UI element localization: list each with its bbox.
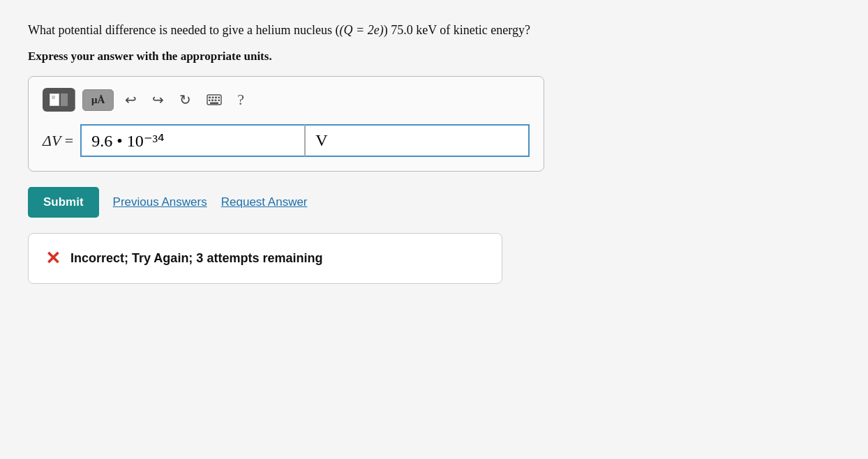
value-input[interactable] bbox=[80, 124, 304, 157]
feedback-text: Incorrect; Try Again; 3 attempts remaini… bbox=[70, 251, 322, 266]
svg-rect-8 bbox=[218, 100, 220, 102]
request-answer-button[interactable]: Request Answer bbox=[221, 195, 308, 209]
previous-answers-button[interactable]: Previous Answers bbox=[113, 195, 207, 209]
submit-button[interactable]: Submit bbox=[28, 187, 99, 218]
undo-button[interactable]: ↩ bbox=[121, 89, 141, 111]
svg-rect-2 bbox=[212, 97, 214, 99]
input-row: ΔV = bbox=[43, 124, 530, 157]
delta-v-label: ΔV = bbox=[43, 132, 73, 150]
keyboard-button[interactable] bbox=[202, 91, 226, 108]
svg-rect-3 bbox=[215, 97, 217, 99]
redo-button[interactable]: ↪ bbox=[148, 89, 168, 111]
unit-input[interactable] bbox=[304, 124, 530, 157]
blocks-icon bbox=[50, 93, 68, 106]
svg-rect-7 bbox=[215, 100, 217, 102]
refresh-button[interactable]: ↻ bbox=[175, 89, 195, 111]
blocks-icon-button[interactable] bbox=[43, 88, 75, 112]
svg-rect-9 bbox=[210, 103, 218, 105]
svg-rect-5 bbox=[209, 100, 211, 102]
action-row: Submit Previous Answers Request Answer bbox=[28, 187, 840, 218]
incorrect-icon: ✕ bbox=[45, 248, 61, 269]
toolbar-btn-group bbox=[43, 88, 75, 112]
help-icon[interactable]: ? bbox=[233, 89, 248, 110]
feedback-box: ✕ Incorrect; Try Again; 3 attempts remai… bbox=[28, 233, 502, 284]
toolbar: μÅ ↩ ↪ ↻ ? bbox=[43, 88, 530, 112]
keyboard-icon bbox=[207, 94, 222, 105]
answer-input-box: μÅ ↩ ↪ ↻ ? ΔV = bbox=[28, 76, 544, 172]
svg-rect-1 bbox=[209, 97, 211, 99]
svg-rect-4 bbox=[218, 97, 220, 99]
sub-instruction: Express your answer with the appropriate… bbox=[28, 50, 840, 63]
unit-button[interactable]: μÅ bbox=[82, 89, 114, 111]
question-text: What potential difference is needed to g… bbox=[28, 21, 840, 40]
svg-rect-6 bbox=[211, 100, 214, 102]
